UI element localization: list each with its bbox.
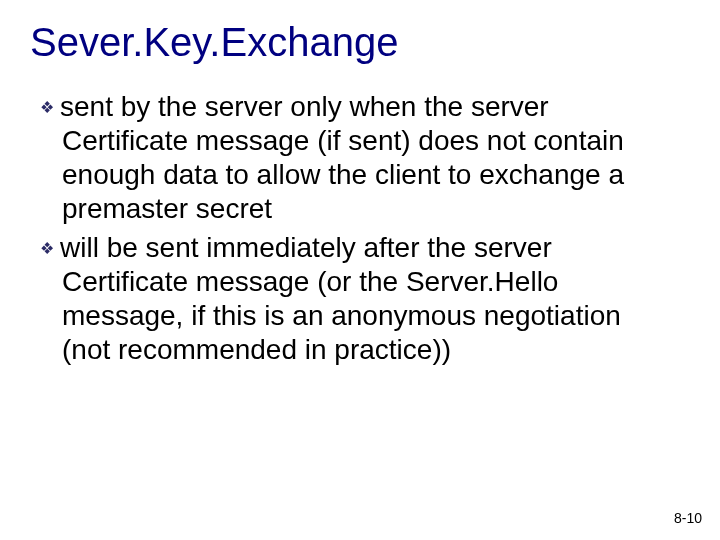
- bullet-icon: ❖: [40, 240, 60, 257]
- page-number: 8-10: [674, 510, 702, 526]
- bullet-item: ❖sent by the server only when the server…: [40, 90, 645, 227]
- bullet-item: ❖will be sent immediately after the serv…: [40, 231, 645, 368]
- bullet-text: sent by the server only when the server …: [60, 91, 624, 224]
- bullet-icon: ❖: [40, 99, 60, 116]
- slide-title: Sever.Key.Exchange: [30, 20, 398, 65]
- slide-body: ❖sent by the server only when the server…: [40, 90, 645, 371]
- slide: Sever.Key.Exchange ❖sent by the server o…: [0, 0, 720, 540]
- bullet-text: will be sent immediately after the serve…: [60, 232, 621, 365]
